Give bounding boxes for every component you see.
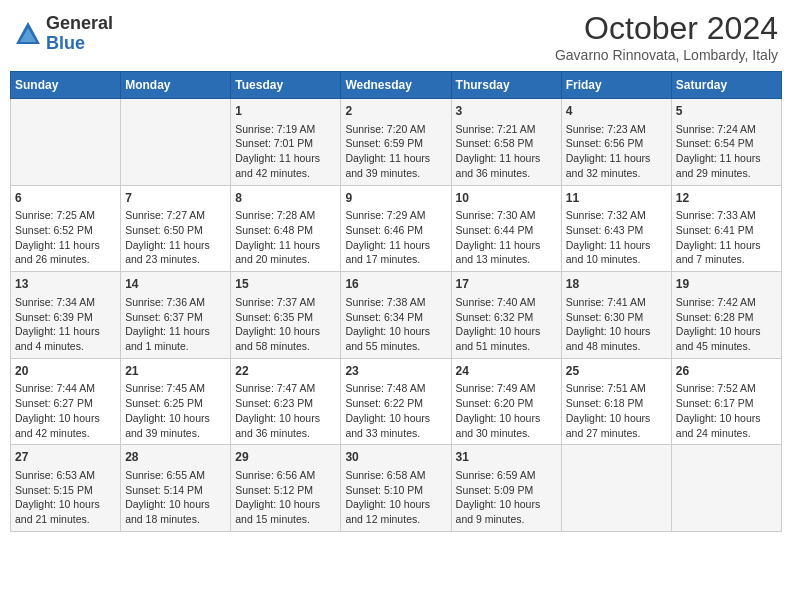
day-info: Sunrise: 7:34 AM	[15, 295, 116, 310]
col-saturday: Saturday	[671, 72, 781, 99]
day-info: Sunset: 6:22 PM	[345, 396, 446, 411]
calendar-cell: 23Sunrise: 7:48 AMSunset: 6:22 PMDayligh…	[341, 358, 451, 445]
day-info: Sunrise: 7:23 AM	[566, 122, 667, 137]
day-info: Daylight: 10 hours and 9 minutes.	[456, 497, 557, 526]
day-info: Daylight: 10 hours and 18 minutes.	[125, 497, 226, 526]
day-number: 4	[566, 103, 667, 120]
day-number: 22	[235, 363, 336, 380]
col-sunday: Sunday	[11, 72, 121, 99]
calendar-cell: 12Sunrise: 7:33 AMSunset: 6:41 PMDayligh…	[671, 185, 781, 272]
day-number: 31	[456, 449, 557, 466]
page-header: General Blue October 2024 Gavarno Rinnov…	[10, 10, 782, 63]
location-subtitle: Gavarno Rinnovata, Lombardy, Italy	[555, 47, 778, 63]
day-info: Sunset: 6:39 PM	[15, 310, 116, 325]
day-number: 16	[345, 276, 446, 293]
calendar-cell: 27Sunrise: 6:53 AMSunset: 5:15 PMDayligh…	[11, 445, 121, 532]
day-info: Sunrise: 7:44 AM	[15, 381, 116, 396]
day-number: 8	[235, 190, 336, 207]
day-info: Sunrise: 7:19 AM	[235, 122, 336, 137]
day-info: Sunset: 5:14 PM	[125, 483, 226, 498]
calendar-cell: 20Sunrise: 7:44 AMSunset: 6:27 PMDayligh…	[11, 358, 121, 445]
calendar-cell: 14Sunrise: 7:36 AMSunset: 6:37 PMDayligh…	[121, 272, 231, 359]
month-title: October 2024	[555, 10, 778, 47]
day-info: Daylight: 11 hours and 7 minutes.	[676, 238, 777, 267]
day-info: Daylight: 10 hours and 33 minutes.	[345, 411, 446, 440]
day-info: Daylight: 10 hours and 58 minutes.	[235, 324, 336, 353]
day-info: Daylight: 11 hours and 32 minutes.	[566, 151, 667, 180]
day-number: 23	[345, 363, 446, 380]
day-info: Sunset: 6:41 PM	[676, 223, 777, 238]
day-number: 20	[15, 363, 116, 380]
day-info: Sunset: 6:48 PM	[235, 223, 336, 238]
calendar-cell: 19Sunrise: 7:42 AMSunset: 6:28 PMDayligh…	[671, 272, 781, 359]
day-info: Sunrise: 7:21 AM	[456, 122, 557, 137]
day-info: Sunrise: 7:29 AM	[345, 208, 446, 223]
day-info: Sunrise: 7:52 AM	[676, 381, 777, 396]
day-info: Sunrise: 7:25 AM	[15, 208, 116, 223]
day-info: Sunset: 6:46 PM	[345, 223, 446, 238]
day-number: 19	[676, 276, 777, 293]
day-info: Sunset: 6:25 PM	[125, 396, 226, 411]
day-info: Sunset: 6:17 PM	[676, 396, 777, 411]
day-info: Sunrise: 7:27 AM	[125, 208, 226, 223]
day-number: 13	[15, 276, 116, 293]
calendar-body: 1Sunrise: 7:19 AMSunset: 7:01 PMDaylight…	[11, 99, 782, 532]
day-info: Daylight: 10 hours and 45 minutes.	[676, 324, 777, 353]
calendar-cell: 26Sunrise: 7:52 AMSunset: 6:17 PMDayligh…	[671, 358, 781, 445]
calendar-cell	[671, 445, 781, 532]
col-thursday: Thursday	[451, 72, 561, 99]
day-number: 14	[125, 276, 226, 293]
calendar-cell: 24Sunrise: 7:49 AMSunset: 6:20 PMDayligh…	[451, 358, 561, 445]
day-info: Daylight: 10 hours and 42 minutes.	[15, 411, 116, 440]
day-info: Daylight: 11 hours and 17 minutes.	[345, 238, 446, 267]
day-info: Daylight: 11 hours and 36 minutes.	[456, 151, 557, 180]
calendar-cell: 8Sunrise: 7:28 AMSunset: 6:48 PMDaylight…	[231, 185, 341, 272]
day-info: Daylight: 11 hours and 20 minutes.	[235, 238, 336, 267]
day-info: Daylight: 10 hours and 27 minutes.	[566, 411, 667, 440]
day-number: 27	[15, 449, 116, 466]
calendar-cell	[11, 99, 121, 186]
calendar-cell: 13Sunrise: 7:34 AMSunset: 6:39 PMDayligh…	[11, 272, 121, 359]
calendar-table: Sunday Monday Tuesday Wednesday Thursday…	[10, 71, 782, 532]
day-info: Sunset: 6:23 PM	[235, 396, 336, 411]
day-info: Sunset: 6:58 PM	[456, 136, 557, 151]
day-info: Daylight: 11 hours and 10 minutes.	[566, 238, 667, 267]
day-info: Sunrise: 7:20 AM	[345, 122, 446, 137]
day-info: Sunset: 5:09 PM	[456, 483, 557, 498]
logo: General Blue	[14, 14, 113, 54]
calendar-cell	[121, 99, 231, 186]
day-info: Sunset: 6:52 PM	[15, 223, 116, 238]
day-number: 29	[235, 449, 336, 466]
day-number: 5	[676, 103, 777, 120]
day-info: Sunset: 6:56 PM	[566, 136, 667, 151]
day-info: Sunset: 6:37 PM	[125, 310, 226, 325]
day-info: Sunset: 6:18 PM	[566, 396, 667, 411]
day-number: 10	[456, 190, 557, 207]
calendar-cell: 15Sunrise: 7:37 AMSunset: 6:35 PMDayligh…	[231, 272, 341, 359]
day-number: 18	[566, 276, 667, 293]
day-info: Sunset: 6:59 PM	[345, 136, 446, 151]
day-info: Sunset: 5:15 PM	[15, 483, 116, 498]
day-number: 24	[456, 363, 557, 380]
calendar-week-3: 13Sunrise: 7:34 AMSunset: 6:39 PMDayligh…	[11, 272, 782, 359]
calendar-week-5: 27Sunrise: 6:53 AMSunset: 5:15 PMDayligh…	[11, 445, 782, 532]
calendar-week-1: 1Sunrise: 7:19 AMSunset: 7:01 PMDaylight…	[11, 99, 782, 186]
calendar-cell: 5Sunrise: 7:24 AMSunset: 6:54 PMDaylight…	[671, 99, 781, 186]
day-info: Sunrise: 7:40 AM	[456, 295, 557, 310]
logo-text: General Blue	[46, 14, 113, 54]
calendar-cell: 31Sunrise: 6:59 AMSunset: 5:09 PMDayligh…	[451, 445, 561, 532]
day-number: 11	[566, 190, 667, 207]
day-info: Sunrise: 7:30 AM	[456, 208, 557, 223]
day-number: 21	[125, 363, 226, 380]
day-info: Sunrise: 6:53 AM	[15, 468, 116, 483]
day-info: Daylight: 10 hours and 48 minutes.	[566, 324, 667, 353]
title-block: October 2024 Gavarno Rinnovata, Lombardy…	[555, 10, 778, 63]
calendar-cell: 6Sunrise: 7:25 AMSunset: 6:52 PMDaylight…	[11, 185, 121, 272]
day-number: 15	[235, 276, 336, 293]
calendar-cell: 17Sunrise: 7:40 AMSunset: 6:32 PMDayligh…	[451, 272, 561, 359]
calendar-header: Sunday Monday Tuesday Wednesday Thursday…	[11, 72, 782, 99]
day-info: Sunset: 6:20 PM	[456, 396, 557, 411]
day-info: Daylight: 10 hours and 51 minutes.	[456, 324, 557, 353]
calendar-cell: 21Sunrise: 7:45 AMSunset: 6:25 PMDayligh…	[121, 358, 231, 445]
col-monday: Monday	[121, 72, 231, 99]
